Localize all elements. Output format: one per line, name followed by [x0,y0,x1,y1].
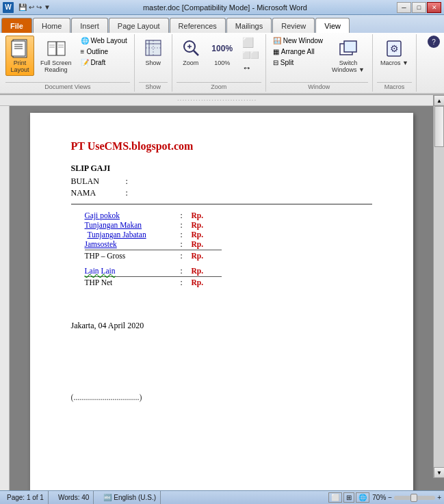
undo-qa-btn[interactable]: ↩ [29,3,34,11]
zoom-label: Zoom [183,60,198,67]
save-qa-btn[interactable]: 💾 [18,3,27,11]
web-layout-icon: 🌐 [81,37,89,44]
vertical-scrollbar[interactable]: ▲ ▼ [433,95,444,478]
maximize-button[interactable]: □ [412,2,426,13]
minimize-button[interactable]: ─ [397,2,411,13]
view-mode-icons: ⬜ ⊞ 🌐 [328,492,369,503]
scroll-up-button[interactable]: ▲ [434,95,444,106]
zoom-100-button[interactable]: 100% 100% [208,36,237,69]
tab-references[interactable]: References [170,18,226,33]
svg-text:⚙: ⚙ [390,43,399,54]
nama-colon: : [126,188,140,198]
split-button[interactable]: ⊟ Split [270,57,326,68]
redo-qa-btn[interactable]: ↪ [36,3,42,11]
lain-lain-value: Rp. [192,267,204,275]
outline-button[interactable]: ≡ Outline [78,47,130,57]
two-page-button[interactable]: ⬜⬜ [239,50,261,60]
ribbon-group-show: Show Show [136,34,172,92]
zoom-button[interactable]: Zoom [177,36,205,69]
close-button[interactable]: ✕ [427,2,441,13]
view-web-btn[interactable]: 🌐 [356,492,369,503]
zoom-percent: 70% [372,494,386,501]
nama-row: NAMA : [71,188,372,198]
word-count: Words: 40 [54,491,94,504]
word-icon: W [3,2,14,13]
app-window: W 💾 ↩ ↪ ▼ master.doc [Compatibility Mode… [0,0,444,504]
salary-row-tunjangan-makan: Tunjangan Makan : Rp. [85,221,372,229]
full-screen-reading-button[interactable]: Full ScreenReading [37,36,75,76]
tab-bar: File Home Insert Page Layout References … [0,15,444,33]
ribbon: PrintLayout [0,33,444,94]
show-icon [142,38,164,59]
scrollbar-thumb[interactable] [434,106,444,147]
tunjangan-jabatan-colon: : [181,230,192,239]
ribbon-group-macros: ⚙ Macros ▼ Macros [374,34,417,92]
draft-button[interactable]: 📝 Draft [78,57,130,68]
scrollbar-track[interactable] [434,106,444,467]
tab-pagelayout[interactable]: Page Layout [109,18,169,33]
view-print-btn[interactable]: ⬜ [328,492,342,503]
bulan-row: BULAN : [71,176,372,187]
new-window-button[interactable]: 🪟 New Window [270,36,326,46]
split-icon: ⊟ [273,59,278,66]
window-group-label: Window [270,82,368,90]
show-button[interactable]: Show [139,36,168,69]
tab-file[interactable]: File [1,18,32,33]
gaji-label: Gaji pokok [85,211,181,220]
ruler-vertical [0,106,10,490]
thp-gross-value: Rp. [192,252,204,260]
scroll-down-button[interactable]: ▼ [434,467,444,478]
salary-row-thp-gross: THP – Gross : Rp. [85,252,372,260]
title-bar-left: W 💾 ↩ ↪ ▼ [3,2,53,13]
zoom-100-label: 100% [214,60,230,67]
two-page-icon: ⬜⬜ [242,51,259,59]
status-right: ⬜ ⊞ 🌐 70% − + [328,492,441,503]
tab-home[interactable]: Home [33,18,70,33]
macros-group-label: Macros [377,82,412,90]
thp-net-colon: : [181,278,192,287]
outline-label: Outline [86,48,108,55]
tab-review[interactable]: Review [272,18,315,33]
jamsostek-underline [85,250,222,250]
zoom-content: Zoom 100% 100% ⬜ ⬜⬜ ↔ [177,36,261,81]
draft-icon: 📝 [81,59,89,66]
outline-icon: ≡ [81,48,85,55]
bulan-label: BULAN [71,176,126,187]
zoom-small-buttons: ⬜ ⬜⬜ ↔ [239,36,261,75]
one-page-button[interactable]: ⬜ [239,36,261,49]
page-width-button[interactable]: ↔ [239,61,261,75]
zoom-icon [180,38,202,59]
document-views-content: PrintLayout [5,36,130,81]
ribbon-group-window: 🪟 New Window ▦ Arrange All ⊟ Split [267,34,373,92]
tab-view[interactable]: View [315,18,350,33]
tab-insert[interactable]: Insert [71,18,108,33]
title-bar: W 💾 ↩ ↪ ▼ master.doc [Compatibility Mode… [0,0,444,15]
tab-mailings[interactable]: Mailings [226,18,272,33]
document-area: · · · · · · · · · · · · · · · · · · · · … [0,95,444,490]
web-layout-button[interactable]: 🌐 Web Layout [78,36,130,46]
view-fullscreen-btn[interactable]: ⊞ [343,492,354,503]
switch-windows-button[interactable]: SwitchWindows ▼ [328,36,368,76]
zoom-slider[interactable] [394,496,435,500]
svg-line-17 [194,51,198,55]
zoom-minus-btn[interactable]: − [388,494,392,501]
print-layout-icon [9,38,31,59]
tunjangan-makan-value: Rp. [192,221,204,229]
language-text: English (U.S.) [114,494,156,501]
help-button[interactable]: ? [428,36,440,48]
print-layout-label: PrintLayout [10,60,29,74]
svg-rect-6 [57,42,65,55]
zoom-plus-btn[interactable]: + [437,494,441,501]
arrange-all-button[interactable]: ▦ Arrange All [270,47,326,57]
ruler-horizontal: · · · · · · · · · · · · · · · · · · · · … [0,95,433,106]
salary-row-lain-lain: Lain Lain : Rp. [85,267,372,275]
window-small-buttons: 🪟 New Window ▦ Arrange All ⊟ Split [270,36,326,68]
macros-content: ⚙ Macros ▼ [377,36,412,81]
print-layout-button[interactable]: PrintLayout [5,36,34,76]
svg-rect-5 [48,42,56,55]
zoom-slider-thumb[interactable] [410,494,417,502]
macros-button[interactable]: ⚙ Macros ▼ [377,36,412,69]
arrange-all-label: Arrange All [281,48,315,55]
dropdown-qa-btn[interactable]: ▼ [44,3,51,11]
zoom-100-icon: 100% [211,38,233,59]
